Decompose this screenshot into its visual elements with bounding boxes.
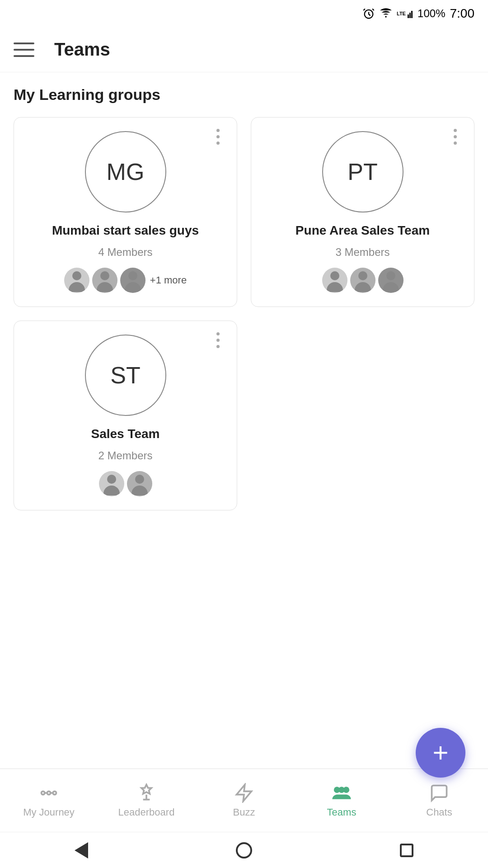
main-content: My Learning groups MG Mumbai start sales…	[0, 72, 488, 524]
nav-item-leaderboard[interactable]: Leaderboard	[98, 778, 195, 823]
hamburger-button[interactable]	[14, 36, 41, 63]
add-team-fab[interactable]: +	[416, 728, 465, 778]
member-avatars-st	[99, 471, 152, 496]
member-avatars-mg: +1 more	[64, 268, 187, 293]
signal-icon: LTE	[397, 7, 413, 20]
svg-point-14	[338, 787, 345, 793]
team-name-pt: Pune Area Sales Team	[296, 223, 430, 238]
teams-grid: MG Mumbai start sales guys 4 Members +1 …	[14, 117, 474, 510]
member-avatar-st-1	[99, 471, 124, 496]
nav-item-my-journey[interactable]: My Journey	[0, 778, 98, 823]
svg-rect-5	[411, 11, 413, 18]
header-title: Teams	[54, 39, 110, 60]
team-initials-st: ST	[110, 362, 140, 389]
home-icon	[236, 842, 252, 859]
menu-dot	[216, 135, 220, 138]
menu-dot	[454, 135, 457, 138]
wifi-icon	[380, 7, 392, 20]
svg-point-6	[42, 791, 45, 794]
card-menu-pt[interactable]	[445, 127, 465, 146]
hamburger-line-1	[14, 42, 34, 44]
nav-label-chats: Chats	[426, 807, 452, 818]
svg-rect-4	[409, 13, 411, 18]
team-members-mg: 4 Members	[98, 246, 152, 259]
more-members-label: +1 more	[150, 274, 187, 286]
chats-icon	[429, 783, 449, 803]
team-avatar-st: ST	[85, 335, 166, 416]
svg-point-8	[53, 791, 56, 794]
menu-dot	[216, 129, 220, 132]
member-avatars-pt	[322, 268, 404, 293]
nav-label-leaderboard: Leaderboard	[118, 807, 175, 818]
status-time: 7:00	[450, 6, 475, 21]
plus-icon: +	[432, 739, 448, 766]
menu-dot	[216, 345, 220, 348]
team-initials-pt: PT	[347, 158, 377, 185]
nav-label-teams: Teams	[327, 807, 357, 818]
team-initials-mg: MG	[107, 158, 145, 185]
svg-marker-11	[237, 784, 252, 801]
menu-dot	[216, 339, 220, 342]
recents-button[interactable]	[393, 837, 420, 864]
svg-point-1	[385, 16, 387, 18]
hamburger-line-3	[14, 55, 34, 57]
team-avatar-mg: MG	[85, 131, 166, 212]
member-avatar-pt-3	[378, 268, 404, 293]
journey-icon	[39, 783, 59, 803]
nav-item-buzz[interactable]: Buzz	[195, 778, 293, 823]
team-name-st: Sales Team	[91, 427, 160, 441]
team-avatar-pt: PT	[322, 131, 404, 212]
leaderboard-icon	[136, 783, 156, 803]
member-avatar-3	[120, 268, 145, 293]
header: Teams	[0, 27, 488, 72]
member-avatar-1	[64, 268, 89, 293]
card-menu-mg[interactable]	[208, 127, 228, 146]
team-members-pt: 3 Members	[335, 246, 389, 259]
member-avatar-st-2	[127, 471, 152, 496]
menu-dot	[454, 129, 457, 132]
menu-dot	[216, 332, 220, 335]
back-button[interactable]	[68, 837, 95, 864]
hamburger-line-2	[14, 49, 34, 51]
team-name-mg: Mumbai start sales guys	[52, 223, 199, 238]
member-avatar-pt-1	[322, 268, 347, 293]
bottom-nav: My Journey Leaderboard Buzz Teams Chats	[0, 769, 488, 832]
menu-dot	[454, 142, 457, 145]
team-card-st[interactable]: ST Sales Team 2 Members	[14, 321, 237, 510]
android-nav	[0, 832, 488, 868]
nav-item-chats[interactable]: Chats	[390, 778, 488, 823]
svg-point-7	[47, 791, 50, 794]
card-menu-st[interactable]	[208, 330, 228, 350]
section-title: My Learning groups	[14, 86, 474, 104]
svg-text:LTE: LTE	[397, 11, 406, 16]
svg-rect-3	[408, 14, 409, 18]
alarm-icon	[362, 7, 375, 20]
buzz-icon	[234, 783, 254, 803]
team-card-mg[interactable]: MG Mumbai start sales guys 4 Members +1 …	[14, 117, 237, 307]
status-bar: LTE 100% 7:00	[0, 0, 488, 27]
empty-cell	[251, 321, 474, 510]
teams-icon	[331, 783, 352, 803]
team-card-pt[interactable]: PT Pune Area Sales Team 3 Members	[251, 117, 474, 307]
battery-status: 100%	[418, 7, 445, 20]
menu-dot	[216, 142, 220, 145]
member-avatar-pt-2	[350, 268, 375, 293]
member-avatar-2	[92, 268, 117, 293]
home-button[interactable]	[230, 837, 258, 864]
status-icons: LTE 100% 7:00	[362, 6, 474, 21]
back-icon	[75, 842, 88, 859]
nav-label-my-journey: My Journey	[23, 807, 75, 818]
recents-icon	[400, 844, 413, 857]
nav-item-teams[interactable]: Teams	[293, 778, 390, 823]
team-members-st: 2 Members	[98, 449, 152, 462]
nav-label-buzz: Buzz	[233, 807, 255, 818]
